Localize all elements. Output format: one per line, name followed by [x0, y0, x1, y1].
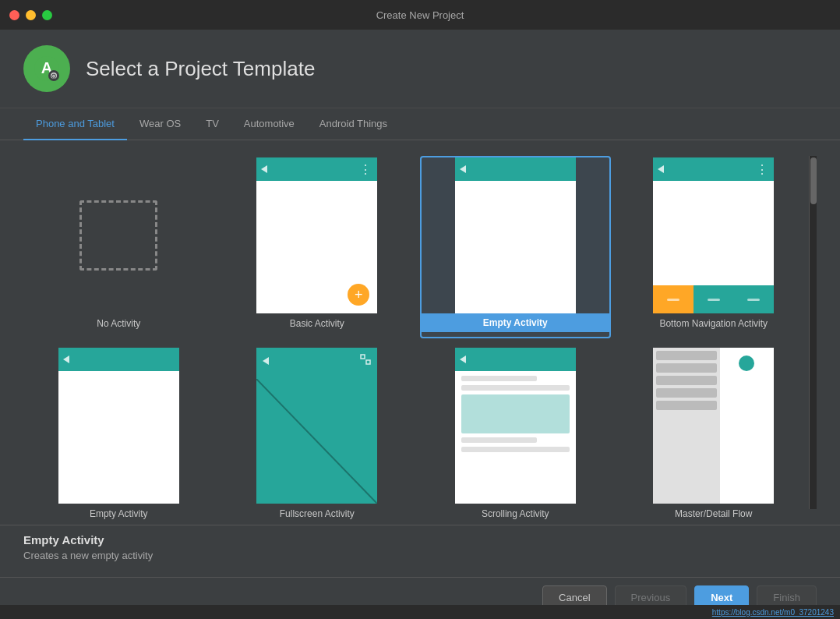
master-list [653, 348, 719, 504]
tab-android-things[interactable]: Android Things [307, 108, 400, 140]
detail-pane [720, 348, 775, 504]
master-item-4 [656, 388, 716, 398]
detail-avatar [739, 355, 754, 371]
master-detail-preview [653, 348, 774, 504]
phone-bar-empty [455, 157, 576, 181]
close-button[interactable] [9, 10, 19, 20]
android-logo: A ⚙ [23, 45, 70, 92]
minimize-button[interactable] [26, 10, 36, 20]
dialog-title: Create New Project [376, 9, 464, 21]
scroll-line-4 [461, 447, 570, 452]
tab-wear-os[interactable]: Wear OS [127, 108, 193, 140]
dashed-box [79, 200, 157, 271]
svg-line-7 [256, 379, 377, 504]
maximize-button[interactable] [42, 10, 52, 20]
scroll-line-3 [461, 437, 537, 443]
back-arrow-icon-2 [460, 165, 466, 173]
tab-automotive[interactable]: Automotive [231, 108, 307, 140]
fs-expand-icon [360, 354, 371, 368]
template-no-activity[interactable]: No Activity [23, 156, 214, 338]
svg-text:⚙: ⚙ [51, 73, 57, 80]
selection-title: Empty Activity [23, 533, 817, 546]
fs-back-icon [263, 354, 269, 368]
scroll-line-1 [461, 376, 537, 381]
template-fullscreen-activity[interactable]: Fullscreen Activity [222, 346, 413, 525]
bottom-nav-tab-1 [653, 285, 694, 313]
template-bottom-nav-activity[interactable]: ⋮ Bottom Navigat [619, 156, 810, 338]
tab-tv[interactable]: TV [193, 108, 231, 140]
master-item-2 [656, 363, 716, 373]
login-preview [58, 348, 179, 504]
status-url: https://blog.csdn.net/m0_37201243 [712, 608, 834, 617]
bottom-nav-preview: ⋮ [653, 157, 774, 313]
bottom-nav-tab-2 [694, 285, 734, 313]
menu-dots-icon: ⋮ [359, 162, 372, 177]
svg-rect-6 [366, 360, 370, 364]
no-activity-preview [58, 157, 179, 313]
template-scrolling-activity[interactable]: Scrolling Activity [420, 346, 611, 525]
phone-content: + [256, 181, 377, 313]
title-bar: Create New Project [0, 0, 840, 30]
templates-grid: No Activity ⋮ + Basic Activity [23, 156, 809, 509]
dialog: A ⚙ Select a Project Template Phone and … [0, 30, 840, 619]
selection-info: Empty Activity Creates a new empty activ… [0, 525, 840, 577]
template-label-no-activity: No Activity [94, 313, 143, 331]
template-label-bottom-nav: Bottom Navigation Activity [656, 313, 771, 331]
template-basic-activity[interactable]: ⋮ + Basic Activity [222, 156, 413, 338]
login-content [58, 371, 179, 504]
svg-rect-5 [361, 355, 365, 359]
scroll-card [461, 394, 570, 433]
nav-icon-3 [747, 299, 760, 301]
empty-activity-preview [455, 157, 576, 313]
template-label-fullscreen: Fullscreen Activity [277, 504, 358, 521]
template-empty-activity[interactable]: Empty Activity [420, 156, 611, 338]
template-label-empty-activity: Empty Activity [422, 313, 609, 332]
basic-activity-preview: ⋮ + [256, 157, 377, 313]
status-bar: https://blog.csdn.net/m0_37201243 [0, 605, 840, 619]
template-master-detail[interactable]: Master/Detail Flow [619, 346, 810, 525]
back-arrow-icon-4 [63, 355, 69, 363]
login-phone-bar [58, 348, 179, 371]
phone-bar-bottom: ⋮ [653, 157, 774, 181]
content-area: No Activity ⋮ + Basic Activity [0, 140, 840, 525]
scroll-line-2 [461, 385, 570, 391]
bottom-nav-tab-3 [734, 285, 775, 313]
menu-dots-icon-2: ⋮ [756, 162, 769, 177]
fullscreen-preview [256, 348, 377, 504]
scroll-content [455, 371, 576, 504]
bottom-nav-bar [653, 285, 774, 313]
back-arrow-icon [261, 165, 267, 173]
window-controls [9, 10, 52, 20]
master-item-3 [656, 376, 716, 385]
scroll-phone-bar [455, 348, 576, 371]
scrollbar[interactable] [809, 156, 817, 509]
master-item-5 [656, 401, 716, 410]
back-arrow-icon-3 [658, 165, 664, 173]
page-title: Select a Project Template [86, 57, 315, 81]
template-label-master-detail: Master/Detail Flow [672, 504, 755, 521]
scrollbar-thumb [810, 157, 817, 204]
template-login-activity[interactable]: Empty Activity [23, 346, 214, 525]
phone-content-empty [455, 181, 576, 313]
fullscreen-diagonal [256, 379, 377, 504]
nav-icon-2 [708, 299, 720, 301]
template-label-scrolling: Scrolling Activity [478, 504, 552, 521]
dialog-header: A ⚙ Select a Project Template [0, 30, 840, 108]
tabs-bar: Phone and Tablet Wear OS TV Automotive A… [0, 108, 840, 140]
back-arrow-icon-5 [460, 355, 466, 363]
selection-description: Creates a new empty activity [23, 550, 817, 561]
scroll-preview [455, 348, 576, 504]
template-label-basic-activity: Basic Activity [287, 313, 348, 331]
bottom-nav-content [653, 181, 774, 285]
fab-icon: + [348, 284, 369, 306]
nav-icon-1 [667, 299, 679, 301]
tab-phone-tablet[interactable]: Phone and Tablet [23, 108, 127, 140]
master-item-1 [656, 351, 716, 360]
template-label-login: Empty Activity [86, 504, 151, 521]
phone-bar: ⋮ [256, 157, 377, 181]
